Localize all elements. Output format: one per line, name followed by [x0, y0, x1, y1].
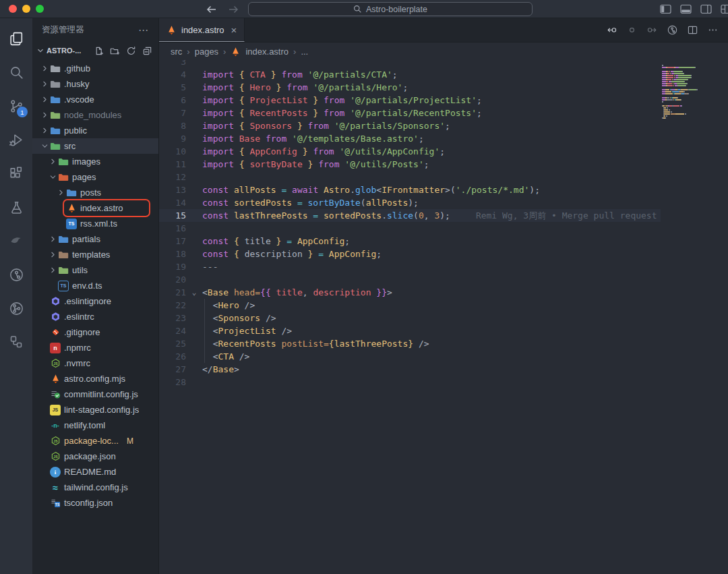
fold-chevron-icon[interactable]: ⌄ — [186, 286, 202, 299]
close-icon[interactable]: × — [231, 24, 237, 36]
activitybar-gitlens[interactable] — [0, 258, 32, 291]
activitybar-search[interactable] — [0, 55, 32, 89]
tree-item-node-modules[interactable]: node_modules — [32, 107, 158, 123]
gitlens-next-change-icon[interactable] — [647, 25, 657, 35]
tree-item-images[interactable]: images — [32, 154, 158, 169]
tree-item-posts[interactable]: posts — [32, 185, 158, 200]
code-line-14[interactable]: 14const sortedPosts = sortByDate(allPost… — [159, 196, 661, 209]
workspace-section-header[interactable]: ASTRO-... — [32, 42, 158, 59]
tree-item-package.json[interactable]: JSpackage.json — [32, 449, 158, 464]
tree-item-src[interactable]: src — [32, 138, 158, 154]
back-arrow-icon[interactable] — [206, 5, 217, 14]
tree-item-label: .gitignore — [64, 327, 100, 337]
activitybar-extension-logo[interactable] — [0, 224, 32, 258]
activitybar-symbols[interactable] — [0, 325, 32, 359]
code-line-13[interactable]: 13const allPosts = await Astro.glob<IFro… — [159, 183, 661, 196]
command-center-search[interactable]: Astro-boilerplate — [248, 2, 533, 16]
tree-item-netlify.toml[interactable]: -n-netlify.toml — [32, 418, 158, 433]
code-line-23[interactable]: 23 <Sponsors /> — [159, 312, 661, 324]
gitlens-change-icon[interactable] — [627, 25, 637, 35]
tree-item-README.md[interactable]: iREADME.md — [32, 464, 158, 480]
close-window-button[interactable] — [9, 5, 17, 13]
tree-item-commitlint.config.js[interactable]: commitlint.config.js — [32, 386, 158, 402]
new-folder-icon[interactable] — [110, 46, 120, 56]
tree-item-.vscode[interactable]: .vscode — [32, 92, 158, 107]
code-line-20[interactable]: 20 — [159, 273, 661, 286]
collapse-all-icon[interactable] — [142, 46, 152, 56]
code-line-9[interactable]: 9import Base from '@/templates/Base.astr… — [159, 132, 661, 145]
code-line-21[interactable]: 21⌄<Base head={{ title, description }}> — [159, 286, 661, 299]
tree-item-templates[interactable]: templates — [32, 247, 158, 262]
code-line-17[interactable]: 17const { title } = AppConfig; — [159, 235, 661, 248]
breadcrumb-file[interactable]: index.astro — [245, 47, 289, 57]
layout-panel-icon[interactable] — [680, 4, 692, 14]
tree-item-.npmrc[interactable]: n.npmrc — [32, 340, 158, 355]
maximize-window-button[interactable] — [36, 5, 44, 13]
code-line-11[interactable]: 11import { sortByDate } from '@/utils/Po… — [159, 158, 661, 171]
code-line-16[interactable]: 16 — [159, 222, 661, 235]
code-line-3[interactable]: 3 — [159, 60, 661, 68]
code-line-22[interactable]: 22 <Hero /> — [159, 299, 661, 312]
more-actions-icon[interactable] — [708, 25, 718, 35]
code-line-7[interactable]: 7import { RecentPosts } from '@/partials… — [159, 107, 661, 119]
code-line-26[interactable]: 26 <CTA /> — [159, 350, 661, 363]
layout-sidebar-left-icon[interactable] — [660, 4, 671, 14]
code-line-4[interactable]: 4import { CTA } from '@/partials/CTA'; — [159, 68, 661, 81]
split-editor-icon[interactable] — [688, 25, 698, 35]
gitlens-graph-icon[interactable] — [667, 25, 677, 35]
tree-item-.husky[interactable]: .husky — [32, 76, 158, 92]
tree-item-index.astro[interactable]: index.astro — [32, 200, 158, 216]
code-line-24[interactable]: 24 <ProjectList /> — [159, 324, 661, 337]
tab-index-astro[interactable]: index.astro × — [159, 18, 245, 42]
tree-item-utils[interactable]: utils — [32, 262, 158, 278]
layout-customize-icon[interactable] — [721, 4, 728, 14]
tree-item-public[interactable]: public — [32, 123, 158, 138]
layout-sidebar-right-icon[interactable] — [700, 4, 712, 14]
tree-item-tsconfig.json[interactable]: TStsconfig.json — [32, 495, 158, 511]
fold-spacer — [186, 94, 202, 107]
minimap[interactable] — [661, 60, 728, 574]
tree-item-label: .github — [64, 63, 90, 74]
code-line-8[interactable]: 8import { Sponsors } from '@/partials/Sp… — [159, 119, 661, 132]
minimize-window-button[interactable] — [22, 5, 30, 13]
tree-item-partials[interactable]: partials — [32, 231, 158, 247]
activitybar-git-graph[interactable] — [0, 291, 32, 325]
tree-item-astro.config.mjs[interactable]: astro.config.mjs — [32, 371, 158, 386]
tree-item-package-loc...[interactable]: JSpackage-loc...M — [32, 433, 158, 449]
code-line-12[interactable]: 12 — [159, 171, 661, 183]
activitybar-explorer[interactable] — [0, 22, 32, 55]
refresh-icon[interactable] — [126, 46, 136, 56]
gitlens-prev-change-icon[interactable] — [607, 25, 617, 35]
new-file-icon[interactable] — [94, 46, 104, 56]
code-line-15[interactable]: 15const lastThreePosts = sortedPosts.sli… — [159, 209, 661, 222]
breadcrumb-src[interactable]: src — [171, 47, 182, 57]
tree-item-env.d.ts[interactable]: TSenv.d.ts — [32, 278, 158, 293]
tree-item-pages[interactable]: pages — [32, 169, 158, 185]
code-line-5[interactable]: 5import { Hero } from '@/partials/Hero'; — [159, 81, 661, 94]
code-line-18[interactable]: 18const { description } = AppConfig; — [159, 248, 661, 260]
tree-item-.eslintignore[interactable]: .eslintignore — [32, 293, 158, 309]
breadcrumb-pages[interactable]: pages — [195, 47, 218, 57]
code-line-28[interactable]: 28 — [159, 376, 661, 389]
tree-item-.nvmrc[interactable]: JS.nvmrc — [32, 355, 158, 371]
more-actions-icon[interactable]: ⋯ — [138, 24, 149, 36]
tree-item-.github[interactable]: .github — [32, 61, 158, 76]
tree-item-tailwind.config.js[interactable]: ≈tailwind.config.js — [32, 480, 158, 495]
code-editor[interactable]: 34import { CTA } from '@/partials/CTA';5… — [159, 60, 661, 574]
code-line-25[interactable]: 25 <RecentPosts postList={lastThreePosts… — [159, 337, 661, 350]
activitybar-extensions[interactable] — [0, 156, 32, 190]
code-line-19[interactable]: 19--- — [159, 260, 661, 273]
code-line-27[interactable]: 27</Base> — [159, 363, 661, 376]
code-line-10[interactable]: 10import { AppConfig } from '@/utils/App… — [159, 145, 661, 158]
tree-item-lint-staged.config.js[interactable]: JSlint-staged.config.js — [32, 402, 158, 418]
breadcrumb-symbol[interactable]: ... — [301, 47, 308, 57]
chevron-right-icon — [39, 95, 50, 104]
activitybar-testing[interactable] — [0, 190, 32, 224]
activitybar-source-control[interactable]: 1 — [0, 89, 32, 123]
activitybar-run-debug[interactable] — [0, 123, 32, 156]
forward-arrow-icon[interactable] — [228, 5, 239, 14]
tree-item-rss.xml.ts[interactable]: TSrss.xml.ts — [32, 216, 158, 231]
tree-item-.gitignore[interactable]: .gitignore — [32, 324, 158, 340]
code-line-6[interactable]: 6import { ProjectList } from '@/partials… — [159, 94, 661, 107]
tree-item-.eslintrc[interactable]: .eslintrc — [32, 309, 158, 324]
